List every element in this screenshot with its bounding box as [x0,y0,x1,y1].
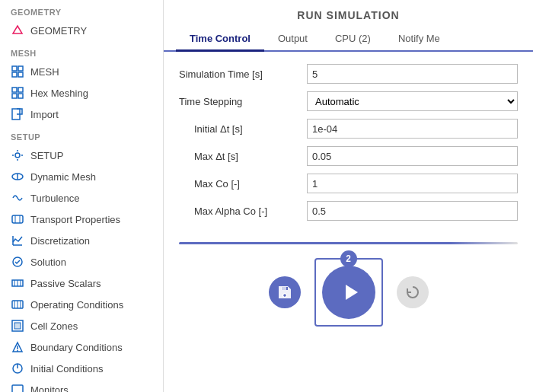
time-stepping-select[interactable]: Automatic Fixed [308,92,517,110]
max-alpha-co-label: Max Alpha Co [-] [179,206,301,217]
simulation-time-row: Simulation Time [s] [179,64,518,84]
sidebar-item-label: Passive Scalars [30,278,101,289]
time-stepping-row: Time Stepping Automatic Fixed [179,91,518,111]
svg-rect-6 [18,88,23,92]
max-dt-row: Max Δt [s] [179,146,518,166]
sidebar-item-label: SETUP [30,150,63,161]
svg-rect-8 [18,94,23,98]
tab-notify[interactable]: Notify Me [385,27,454,52]
svg-point-31 [17,350,18,352]
play-button-container: 2 [314,258,383,327]
svg-rect-7 [12,94,17,98]
max-co-row: Max Co [-] [179,174,518,193]
solution-icon [11,255,24,269]
discretization-icon [11,234,24,247]
max-co-input[interactable] [307,174,518,193]
svg-rect-1 [12,66,17,71]
sidebar-item-label: Transport Properties [30,214,120,225]
max-alpha-co-row: Max Alpha Co [-] [179,201,518,221]
sidebar-item-label: Turbulence [30,193,80,204]
initial-dt-input[interactable] [307,119,518,139]
sidebar-item-mesh[interactable]: MESH [0,61,163,82]
reset-button[interactable] [397,276,429,308]
sidebar-item-label: GEOMETRY [30,25,87,37]
sidebar-item-solution[interactable]: Solution [0,251,163,272]
hex-meshing-icon [11,86,24,100]
section-label-setup: SETUP [0,125,163,145]
svg-rect-13 [12,215,23,223]
save-button[interactable] [269,276,301,308]
sidebar-item-discretization[interactable]: Discretization [0,230,163,251]
section-label-geometry: GEOMETRY [0,0,163,20]
sidebar-item-operating[interactable]: Operating Conditions [0,294,163,315]
turbulence-icon [11,191,24,205]
time-stepping-select-wrap: Automatic Fixed [307,91,518,111]
initial-dt-label: Initial Δt [s] [179,123,301,135]
geometry-icon [11,24,24,37]
play-border [314,258,383,327]
max-dt-label: Max Δt [s] [179,151,301,162]
cell-zones-icon [11,319,24,333]
sidebar-item-label: Monitors [30,384,69,393]
sidebar-item-passive-scalars[interactable]: Passive Scalars [0,272,163,294]
sidebar-item-label: Initial Conditions [30,363,103,374]
transport-icon [11,212,24,226]
main-content: RUN SIMULATION Time Control Output CPU (… [164,0,533,392]
sidebar-item-initial[interactable]: Initial Conditions [0,358,163,379]
sidebar-item-turbulence[interactable]: Turbulence [0,187,163,209]
passive-scalars-icon [11,276,24,290]
sidebar-item-label: Operating Conditions [30,299,123,311]
import-icon [11,107,24,121]
play-badge: 2 [340,250,357,267]
svg-rect-40 [281,287,286,290]
initial-dt-row: Initial Δt [s] [179,119,518,139]
boundary-conditions-icon [11,340,24,354]
reset-icon [404,284,421,301]
svg-rect-34 [12,385,23,392]
sidebar-item-cell-zones[interactable]: Cell Zones [0,315,163,336]
svg-rect-28 [14,323,21,329]
sidebar: GEOMETRY GEOMETRY MESH MESH Hex Meshing … [0,0,164,392]
sidebar-item-transport[interactable]: Transport Properties [0,209,163,230]
sidebar-item-label: Hex Meshing [30,88,88,99]
sidebar-item-label: MESH [30,66,59,78]
svg-point-41 [282,294,286,298]
tab-cpu[interactable]: CPU (2) [321,27,385,52]
max-dt-input[interactable] [307,146,518,166]
play-button[interactable] [322,266,375,319]
max-alpha-co-input[interactable] [307,201,518,221]
svg-marker-0 [13,26,22,33]
sidebar-item-monitors[interactable]: Monitors [0,379,163,392]
tab-time-control[interactable]: Time Control [176,27,264,52]
section-label-mesh: MESH [0,41,163,61]
sidebar-item-boundary[interactable]: Boundary Conditions [0,336,163,358]
sidebar-item-label: Import [30,109,59,120]
sidebar-item-dynamic-mesh[interactable]: Dynamic Mesh [0,166,163,187]
tab-output[interactable]: Output [264,27,321,52]
initial-conditions-icon [11,362,24,375]
play-icon [338,280,362,304]
sidebar-item-import[interactable]: Import [0,104,163,125]
dynamic-mesh-icon [11,170,24,183]
svg-point-10 [15,153,20,158]
svg-marker-42 [346,285,358,300]
svg-rect-5 [12,88,17,92]
sidebar-item-label: Solution [30,257,66,268]
svg-rect-3 [12,72,17,77]
bottom-controls: 2 [164,244,533,334]
sidebar-item-hex-meshing[interactable]: Hex Meshing [0,82,163,104]
sidebar-item-setup[interactable]: SETUP [0,145,163,166]
page-title: RUN SIMULATION [164,0,533,27]
setup-icon [11,148,24,162]
simulation-time-input[interactable] [307,64,518,84]
mesh-icon [11,65,24,78]
form-area: Simulation Time [s] Time Stepping Automa… [164,52,533,234]
sidebar-item-label: Cell Zones [30,320,78,332]
sidebar-item-label: Boundary Conditions [30,342,123,353]
operating-conditions-icon [11,298,24,311]
max-co-label: Max Co [-] [179,178,301,190]
monitors-icon [11,383,24,392]
sidebar-item-geometry[interactable]: GEOMETRY [0,20,163,41]
sidebar-item-label: Discretization [30,235,90,247]
svg-rect-2 [18,66,23,71]
